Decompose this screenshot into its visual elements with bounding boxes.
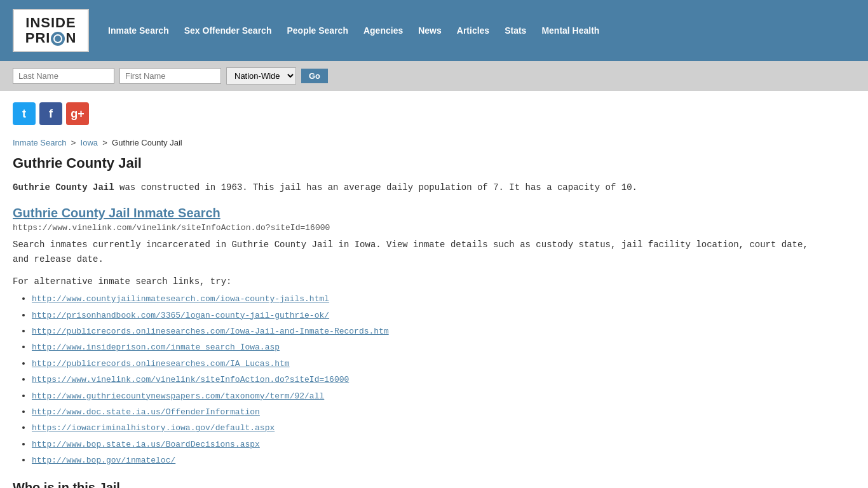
logo-circle-icon	[51, 32, 65, 46]
list-item: http://prisonhandbook.com/3365/logan-cou…	[32, 307, 813, 323]
alt-link-2[interactable]: http://prisonhandbook.com/3365/logan-cou…	[32, 311, 329, 320]
main-nav: Inmate Search Sex Offender Search People…	[108, 25, 599, 36]
site-header: INSIDE PRIN Inmate Search Sex Offender S…	[0, 0, 868, 61]
jail-description-text: was constructed in 1963. This jail has a…	[119, 182, 637, 193]
logo-line1: INSIDE	[22, 15, 80, 30]
nav-news[interactable]: News	[418, 25, 442, 36]
breadcrumb-iowa[interactable]: Iowa	[81, 138, 98, 147]
twitter-share-button[interactable]: t	[13, 102, 36, 125]
nav-inmate-search[interactable]: Inmate Search	[108, 25, 169, 36]
list-item: https://iowacriminalhistory.iowa.gov/def…	[32, 419, 813, 435]
jail-name-bold: Guthrie County Jail	[13, 182, 114, 193]
alt-link-7[interactable]: http://www.guthriecountynewspapers.com/t…	[32, 391, 324, 401]
list-item: http://publicrecords.onlinesearches.com/…	[32, 355, 813, 371]
breadcrumb: Inmate Search > Iowa > Guthrie County Ja…	[13, 138, 813, 147]
list-item: http://www.guthriecountynewspapers.com/t…	[32, 388, 813, 403]
breadcrumb-current: Guthrie County Jail	[112, 138, 182, 147]
page-title: Guthrie County Jail	[13, 155, 813, 172]
twitter-icon: t	[22, 107, 26, 121]
nav-agencies[interactable]: Agencies	[363, 25, 403, 36]
list-item: http://publicrecords.onlinesearches.com/…	[32, 323, 813, 339]
alt-link-11[interactable]: http://www.bop.gov/inmateloc/	[32, 456, 175, 465]
nav-articles[interactable]: Articles	[457, 25, 489, 36]
alt-link-9[interactable]: https://iowacriminalhistory.iowa.gov/def…	[32, 423, 275, 433]
nav-mental-health[interactable]: Mental Health	[541, 25, 599, 36]
alt-link-8[interactable]: http://www.doc.state.ia.us/OffenderInfor…	[32, 407, 260, 417]
gplus-share-button[interactable]: g+	[66, 102, 89, 125]
facebook-share-button[interactable]: f	[39, 102, 62, 125]
logo-line2: PRIN	[22, 30, 80, 46]
vinelink-url: https://www.vinelink.com/vinelink/siteIn…	[13, 223, 813, 233]
alt-link-3[interactable]: http://publicrecords.onlinesearches.com/…	[32, 327, 389, 336]
facebook-icon: f	[49, 107, 53, 121]
inmate-search-title[interactable]: Guthrie County Jail Inmate Search	[13, 206, 813, 220]
alt-links-list: http://www.countyjailinmatesearch.com/io…	[13, 290, 813, 468]
list-item: http://www.bop.gov/inmateloc/	[32, 452, 813, 468]
site-logo[interactable]: INSIDE PRIN	[13, 9, 89, 52]
inmate-search-description: Search inmates currently incarcerated in…	[13, 238, 813, 266]
alt-link-4[interactable]: http://www.insideprison.com/inmate_searc…	[32, 342, 280, 352]
jail-description: Guthrie County Jail was constructed in 1…	[13, 180, 813, 194]
list-item: https://www.vinelink.com/vinelink/siteIn…	[32, 371, 813, 387]
list-item: http://www.doc.state.ia.us/OffenderInfor…	[32, 403, 813, 419]
main-content: Inmate Search > Iowa > Guthrie County Ja…	[0, 132, 826, 488]
alt-link-6[interactable]: https://www.vinelink.com/vinelink/siteIn…	[32, 375, 349, 384]
list-item: http://www.countyjailinmatesearch.com/io…	[32, 290, 813, 306]
inmate-search-section: Guthrie County Jail Inmate Search https:…	[13, 206, 813, 266]
list-item: http://www.bop.state.ia.us/BoardDecision…	[32, 436, 813, 452]
alt-link-1[interactable]: http://www.countyjailinmatesearch.com/io…	[32, 294, 329, 304]
last-name-input[interactable]	[13, 68, 114, 84]
nav-sex-offender-search[interactable]: Sex Offender Search	[184, 25, 272, 36]
alt-link-5[interactable]: http://publicrecords.onlinesearches.com/…	[32, 359, 290, 369]
social-icons-bar: t f g+	[0, 91, 868, 132]
alt-link-10[interactable]: http://www.bop.state.ia.us/BoardDecision…	[32, 440, 260, 449]
go-button[interactable]: Go	[301, 69, 328, 83]
scope-select[interactable]: Nation-Wide	[226, 67, 296, 85]
who-in-jail-title: Who is in this Jail	[13, 480, 813, 488]
list-item: http://www.insideprison.com/inmate_searc…	[32, 339, 813, 355]
search-bar: Nation-Wide Go	[0, 61, 868, 91]
alt-links-intro: For alternative inmate search links, try…	[13, 276, 813, 287]
breadcrumb-inmate-search[interactable]: Inmate Search	[13, 138, 67, 147]
gplus-icon: g+	[71, 107, 85, 121]
first-name-input[interactable]	[119, 68, 221, 84]
nav-stats[interactable]: Stats	[505, 25, 526, 36]
nav-people-search[interactable]: People Search	[287, 25, 348, 36]
